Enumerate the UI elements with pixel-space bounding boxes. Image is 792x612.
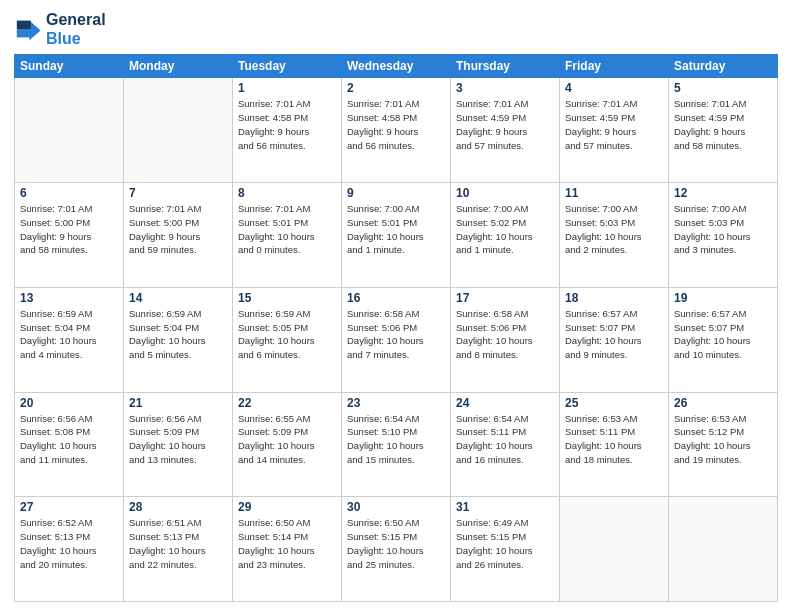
day-cell: 30Sunrise: 6:50 AM Sunset: 5:15 PM Dayli… xyxy=(342,497,451,602)
day-info: Sunrise: 7:01 AM Sunset: 4:59 PM Dayligh… xyxy=(565,97,663,152)
calendar-body: 1Sunrise: 7:01 AM Sunset: 4:58 PM Daylig… xyxy=(15,78,778,602)
day-cell: 20Sunrise: 6:56 AM Sunset: 5:08 PM Dayli… xyxy=(15,392,124,497)
day-info: Sunrise: 7:00 AM Sunset: 5:02 PM Dayligh… xyxy=(456,202,554,257)
day-cell: 6Sunrise: 7:01 AM Sunset: 5:00 PM Daylig… xyxy=(15,183,124,288)
week-row-5: 27Sunrise: 6:52 AM Sunset: 5:13 PM Dayli… xyxy=(15,497,778,602)
weekday-sunday: Sunday xyxy=(15,55,124,78)
day-info: Sunrise: 7:01 AM Sunset: 4:58 PM Dayligh… xyxy=(238,97,336,152)
day-info: Sunrise: 6:56 AM Sunset: 5:08 PM Dayligh… xyxy=(20,412,118,467)
day-cell xyxy=(124,78,233,183)
day-info: Sunrise: 6:51 AM Sunset: 5:13 PM Dayligh… xyxy=(129,516,227,571)
day-cell: 9Sunrise: 7:00 AM Sunset: 5:01 PM Daylig… xyxy=(342,183,451,288)
day-info: Sunrise: 7:01 AM Sunset: 5:00 PM Dayligh… xyxy=(20,202,118,257)
day-info: Sunrise: 6:58 AM Sunset: 5:06 PM Dayligh… xyxy=(347,307,445,362)
day-number: 6 xyxy=(20,186,118,200)
day-number: 1 xyxy=(238,81,336,95)
day-info: Sunrise: 7:01 AM Sunset: 4:59 PM Dayligh… xyxy=(674,97,772,152)
day-info: Sunrise: 7:00 AM Sunset: 5:03 PM Dayligh… xyxy=(565,202,663,257)
day-number: 16 xyxy=(347,291,445,305)
day-cell: 26Sunrise: 6:53 AM Sunset: 5:12 PM Dayli… xyxy=(669,392,778,497)
svg-marker-0 xyxy=(29,21,40,41)
day-number: 26 xyxy=(674,396,772,410)
day-info: Sunrise: 6:57 AM Sunset: 5:07 PM Dayligh… xyxy=(565,307,663,362)
weekday-header-row: SundayMondayTuesdayWednesdayThursdayFrid… xyxy=(15,55,778,78)
weekday-thursday: Thursday xyxy=(451,55,560,78)
day-cell: 3Sunrise: 7:01 AM Sunset: 4:59 PM Daylig… xyxy=(451,78,560,183)
svg-rect-1 xyxy=(17,21,31,29)
day-cell: 19Sunrise: 6:57 AM Sunset: 5:07 PM Dayli… xyxy=(669,287,778,392)
day-cell: 18Sunrise: 6:57 AM Sunset: 5:07 PM Dayli… xyxy=(560,287,669,392)
logo: General Blue xyxy=(14,10,106,48)
weekday-friday: Friday xyxy=(560,55,669,78)
day-number: 30 xyxy=(347,500,445,514)
day-info: Sunrise: 6:54 AM Sunset: 5:11 PM Dayligh… xyxy=(456,412,554,467)
day-cell: 27Sunrise: 6:52 AM Sunset: 5:13 PM Dayli… xyxy=(15,497,124,602)
day-cell: 8Sunrise: 7:01 AM Sunset: 5:01 PM Daylig… xyxy=(233,183,342,288)
day-info: Sunrise: 6:59 AM Sunset: 5:04 PM Dayligh… xyxy=(20,307,118,362)
week-row-1: 1Sunrise: 7:01 AM Sunset: 4:58 PM Daylig… xyxy=(15,78,778,183)
day-info: Sunrise: 6:54 AM Sunset: 5:10 PM Dayligh… xyxy=(347,412,445,467)
day-number: 31 xyxy=(456,500,554,514)
day-info: Sunrise: 6:59 AM Sunset: 5:05 PM Dayligh… xyxy=(238,307,336,362)
day-info: Sunrise: 7:01 AM Sunset: 4:59 PM Dayligh… xyxy=(456,97,554,152)
day-cell: 23Sunrise: 6:54 AM Sunset: 5:10 PM Dayli… xyxy=(342,392,451,497)
day-number: 18 xyxy=(565,291,663,305)
day-cell: 21Sunrise: 6:56 AM Sunset: 5:09 PM Dayli… xyxy=(124,392,233,497)
day-cell: 14Sunrise: 6:59 AM Sunset: 5:04 PM Dayli… xyxy=(124,287,233,392)
day-number: 25 xyxy=(565,396,663,410)
day-cell xyxy=(15,78,124,183)
day-info: Sunrise: 6:55 AM Sunset: 5:09 PM Dayligh… xyxy=(238,412,336,467)
svg-rect-2 xyxy=(17,29,31,37)
day-info: Sunrise: 6:53 AM Sunset: 5:12 PM Dayligh… xyxy=(674,412,772,467)
weekday-tuesday: Tuesday xyxy=(233,55,342,78)
day-info: Sunrise: 6:57 AM Sunset: 5:07 PM Dayligh… xyxy=(674,307,772,362)
day-info: Sunrise: 7:01 AM Sunset: 4:58 PM Dayligh… xyxy=(347,97,445,152)
day-info: Sunrise: 6:50 AM Sunset: 5:14 PM Dayligh… xyxy=(238,516,336,571)
day-info: Sunrise: 6:59 AM Sunset: 5:04 PM Dayligh… xyxy=(129,307,227,362)
day-number: 8 xyxy=(238,186,336,200)
day-number: 17 xyxy=(456,291,554,305)
day-number: 22 xyxy=(238,396,336,410)
week-row-3: 13Sunrise: 6:59 AM Sunset: 5:04 PM Dayli… xyxy=(15,287,778,392)
weekday-wednesday: Wednesday xyxy=(342,55,451,78)
day-cell: 13Sunrise: 6:59 AM Sunset: 5:04 PM Dayli… xyxy=(15,287,124,392)
day-cell: 16Sunrise: 6:58 AM Sunset: 5:06 PM Dayli… xyxy=(342,287,451,392)
day-cell: 29Sunrise: 6:50 AM Sunset: 5:14 PM Dayli… xyxy=(233,497,342,602)
day-info: Sunrise: 7:01 AM Sunset: 5:00 PM Dayligh… xyxy=(129,202,227,257)
day-number: 28 xyxy=(129,500,227,514)
week-row-2: 6Sunrise: 7:01 AM Sunset: 5:00 PM Daylig… xyxy=(15,183,778,288)
day-number: 4 xyxy=(565,81,663,95)
day-number: 7 xyxy=(129,186,227,200)
day-info: Sunrise: 6:49 AM Sunset: 5:15 PM Dayligh… xyxy=(456,516,554,571)
day-info: Sunrise: 7:01 AM Sunset: 5:01 PM Dayligh… xyxy=(238,202,336,257)
day-number: 11 xyxy=(565,186,663,200)
day-cell: 28Sunrise: 6:51 AM Sunset: 5:13 PM Dayli… xyxy=(124,497,233,602)
day-number: 21 xyxy=(129,396,227,410)
day-info: Sunrise: 7:00 AM Sunset: 5:03 PM Dayligh… xyxy=(674,202,772,257)
day-cell xyxy=(560,497,669,602)
logo-text: General Blue xyxy=(46,10,106,48)
day-cell: 1Sunrise: 7:01 AM Sunset: 4:58 PM Daylig… xyxy=(233,78,342,183)
day-info: Sunrise: 6:56 AM Sunset: 5:09 PM Dayligh… xyxy=(129,412,227,467)
day-cell: 12Sunrise: 7:00 AM Sunset: 5:03 PM Dayli… xyxy=(669,183,778,288)
day-cell: 17Sunrise: 6:58 AM Sunset: 5:06 PM Dayli… xyxy=(451,287,560,392)
day-cell: 25Sunrise: 6:53 AM Sunset: 5:11 PM Dayli… xyxy=(560,392,669,497)
day-cell: 10Sunrise: 7:00 AM Sunset: 5:02 PM Dayli… xyxy=(451,183,560,288)
day-info: Sunrise: 6:58 AM Sunset: 5:06 PM Dayligh… xyxy=(456,307,554,362)
day-number: 5 xyxy=(674,81,772,95)
day-cell: 11Sunrise: 7:00 AM Sunset: 5:03 PM Dayli… xyxy=(560,183,669,288)
day-number: 13 xyxy=(20,291,118,305)
page: General Blue SundayMondayTuesdayWednesda… xyxy=(0,0,792,612)
day-cell: 24Sunrise: 6:54 AM Sunset: 5:11 PM Dayli… xyxy=(451,392,560,497)
weekday-saturday: Saturday xyxy=(669,55,778,78)
day-number: 3 xyxy=(456,81,554,95)
day-info: Sunrise: 6:53 AM Sunset: 5:11 PM Dayligh… xyxy=(565,412,663,467)
day-cell: 15Sunrise: 6:59 AM Sunset: 5:05 PM Dayli… xyxy=(233,287,342,392)
day-number: 19 xyxy=(674,291,772,305)
weekday-monday: Monday xyxy=(124,55,233,78)
day-cell: 2Sunrise: 7:01 AM Sunset: 4:58 PM Daylig… xyxy=(342,78,451,183)
day-number: 23 xyxy=(347,396,445,410)
day-number: 2 xyxy=(347,81,445,95)
day-cell: 22Sunrise: 6:55 AM Sunset: 5:09 PM Dayli… xyxy=(233,392,342,497)
day-number: 14 xyxy=(129,291,227,305)
